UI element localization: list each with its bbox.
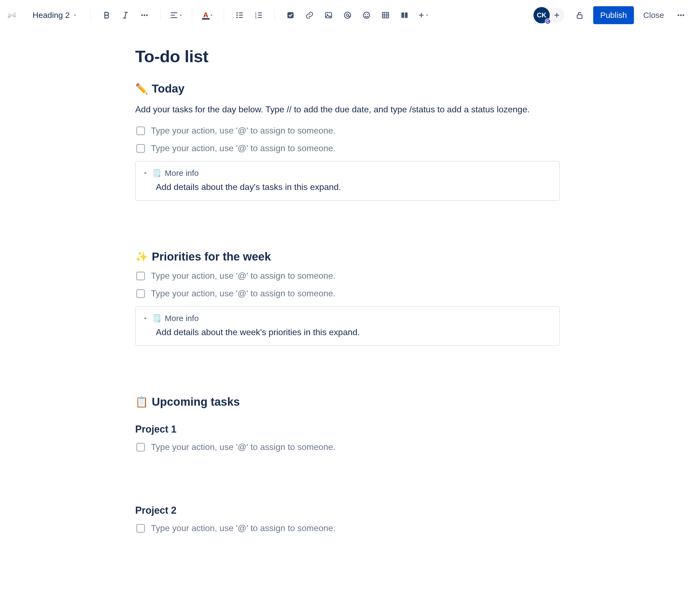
heading-today[interactable]: ✏️ Today (135, 82, 560, 95)
restrictions-button[interactable] (572, 7, 587, 23)
task-row[interactable]: Type your action, use '@' to assign to s… (135, 442, 560, 452)
image-button[interactable] (320, 6, 337, 24)
heading-priorities-text: Priorities for the week (152, 250, 271, 263)
heading-today-text: Today (152, 82, 185, 95)
task-placeholder: Type your action, use '@' to assign to s… (151, 143, 336, 153)
publish-button[interactable]: Publish (593, 6, 634, 24)
expand-body[interactable]: Add details about the week's priorities … (142, 327, 553, 337)
today-description[interactable]: Add your tasks for the day below. Type /… (135, 103, 560, 116)
notepad-icon: 🗒️ (152, 169, 162, 177)
heading-priorities[interactable]: ✨ Priorities for the week (135, 250, 560, 263)
svg-rect-18 (401, 13, 404, 18)
chevron-down-icon (425, 13, 429, 18)
svg-rect-19 (405, 13, 407, 18)
clipboard-emoji-icon: 📋 (135, 397, 148, 407)
task-placeholder: Type your action, use '@' to assign to s… (151, 289, 336, 298)
italic-button[interactable] (117, 6, 134, 24)
page-title[interactable]: To-do list (135, 47, 560, 66)
align-button[interactable] (168, 6, 185, 24)
avatar-badge-letter: C (546, 19, 549, 23)
avatar-initials: CK (537, 12, 546, 19)
text-style-label: Heading 2 (33, 11, 70, 20)
expand-panel: 🗒️ More info Add details about the week'… (135, 306, 560, 346)
task-row[interactable]: Type your action, use '@' to assign to s… (135, 143, 560, 153)
toolbar-divider (224, 9, 224, 21)
svg-point-21 (678, 14, 679, 16)
bold-button[interactable] (98, 6, 115, 24)
action-item-button[interactable] (282, 6, 299, 24)
toolbar-divider (192, 9, 192, 21)
svg-point-2 (146, 14, 148, 16)
svg-point-4 (236, 14, 238, 16)
text-style-select[interactable]: Heading 2 (29, 8, 81, 22)
task-checkbox[interactable] (136, 443, 145, 451)
svg-rect-17 (382, 13, 389, 18)
text-color-button[interactable]: A (199, 6, 217, 24)
svg-point-22 (680, 14, 682, 16)
pencil-emoji-icon: ✏️ (135, 84, 148, 94)
task-placeholder: Type your action, use '@' to assign to s… (151, 442, 336, 452)
task-placeholder: Type your action, use '@' to assign to s… (151, 271, 336, 281)
user-avatar[interactable]: CK C (533, 7, 550, 23)
task-checkbox[interactable] (136, 289, 145, 298)
svg-point-1 (143, 14, 145, 16)
table-button[interactable] (377, 6, 394, 24)
editor-content[interactable]: To-do list ✏️ Today Add your tasks for t… (135, 30, 560, 574)
chevron-down-icon (209, 13, 214, 18)
task-row[interactable]: Type your action, use '@' to assign to s… (135, 271, 560, 281)
task-placeholder: Type your action, use '@' to assign to s… (151, 523, 336, 533)
heading-upcoming-text: Upcoming tasks (152, 395, 240, 408)
chevron-down-icon (142, 315, 149, 322)
sparkles-emoji-icon: ✨ (135, 252, 148, 262)
expand-label: More info (165, 169, 199, 178)
task-checkbox[interactable] (136, 126, 145, 135)
more-actions-button[interactable] (673, 7, 689, 23)
notepad-icon: 🗒️ (152, 314, 162, 322)
bullet-list-button[interactable] (231, 6, 249, 24)
svg-point-12 (344, 12, 351, 18)
svg-point-0 (141, 14, 143, 16)
expand-panel: 🗒️ More info Add details about the day's… (135, 161, 560, 201)
numbered-list-button[interactable]: 123 (250, 6, 267, 24)
task-checkbox[interactable] (136, 144, 145, 153)
add-collaborator-button[interactable] (549, 7, 564, 23)
link-button[interactable] (301, 6, 318, 24)
close-button[interactable]: Close (637, 6, 670, 24)
task-checkbox[interactable] (136, 272, 145, 280)
more-formatting-button[interactable] (136, 6, 153, 24)
svg-point-5 (236, 17, 238, 18)
project-1-heading[interactable]: Project 1 (135, 424, 560, 435)
chevron-down-icon (179, 13, 183, 18)
svg-point-23 (682, 14, 684, 16)
insert-button[interactable] (415, 6, 432, 24)
task-row[interactable]: Type your action, use '@' to assign to s… (135, 289, 560, 298)
mention-button[interactable] (339, 6, 356, 24)
heading-upcoming[interactable]: 📋 Upcoming tasks (135, 395, 560, 408)
emoji-button[interactable] (358, 6, 375, 24)
task-checkbox[interactable] (136, 524, 145, 533)
toolbar-divider (90, 9, 91, 21)
confluence-logo-icon (6, 10, 17, 21)
svg-point-14 (363, 12, 370, 18)
svg-point-15 (365, 14, 366, 15)
layout-button[interactable] (396, 6, 413, 24)
chevron-down-icon (142, 170, 149, 177)
svg-point-3 (236, 12, 238, 14)
svg-point-16 (367, 14, 368, 15)
editor-toolbar: Heading 2 A (0, 0, 695, 30)
expand-label: More info (165, 314, 199, 323)
svg-rect-20 (577, 15, 582, 19)
project-2-heading[interactable]: Project 2 (135, 505, 560, 516)
chevron-down-icon (72, 13, 78, 18)
expand-toggle[interactable]: 🗒️ More info (142, 168, 553, 182)
expand-body[interactable]: Add details about the day's tasks in thi… (142, 182, 553, 192)
task-placeholder: Type your action, use '@' to assign to s… (151, 126, 336, 136)
svg-text:3: 3 (255, 16, 257, 19)
toolbar-divider (160, 9, 160, 21)
task-row[interactable]: Type your action, use '@' to assign to s… (135, 523, 560, 533)
task-row[interactable]: Type your action, use '@' to assign to s… (135, 126, 560, 136)
expand-toggle[interactable]: 🗒️ More info (142, 313, 553, 327)
toolbar-divider (274, 9, 275, 21)
